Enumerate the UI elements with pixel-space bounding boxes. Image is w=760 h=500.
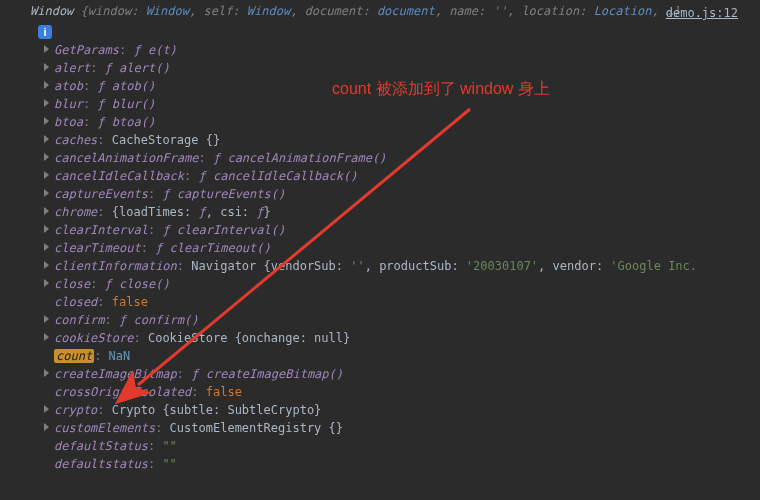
expand-caret-icon[interactable] <box>44 189 49 197</box>
property-row[interactable]: crypto: Crypto {subtle: SubtleCrypto} <box>44 401 760 419</box>
property-key: alert <box>54 61 90 75</box>
property-key: createImageBitmap <box>54 367 177 381</box>
property-row[interactable]: cancelIdleCallback: ƒ cancelIdleCallback… <box>44 167 760 185</box>
property-value: false <box>112 295 148 309</box>
property-row[interactable]: btoa: ƒ btoa() <box>44 113 760 131</box>
expand-caret-icon[interactable] <box>44 315 49 323</box>
property-key: captureEvents <box>54 187 148 201</box>
property-row: defaultStatus: "" <box>44 437 760 455</box>
property-key: chrome <box>54 205 97 219</box>
expand-caret-icon[interactable] <box>44 99 49 107</box>
property-value: CustomElementRegistry {} <box>170 421 343 435</box>
property-key: clearTimeout <box>54 241 141 255</box>
caret-spacer <box>44 387 49 395</box>
property-key: cookieStore <box>54 331 133 345</box>
expand-caret-icon[interactable] <box>44 423 49 431</box>
property-value: ƒ clearTimeout() <box>155 241 271 255</box>
caret-spacer <box>44 351 49 359</box>
property-value: NaN <box>109 349 131 363</box>
info-icon[interactable]: i <box>38 25 52 39</box>
property-value: "" <box>162 457 176 471</box>
property-value: ƒ blur() <box>97 97 155 111</box>
object-summary[interactable]: Window {window: Window, self: Window, do… <box>0 0 760 22</box>
property-key: closed <box>54 295 97 309</box>
property-value: ƒ btoa() <box>97 115 155 129</box>
property-value: ƒ cancelAnimationFrame() <box>213 151 386 165</box>
expand-caret-icon[interactable] <box>44 135 49 143</box>
property-value: ƒ alert() <box>105 61 170 75</box>
property-value: CookieStore {onchange: null} <box>148 331 350 345</box>
expand-caret-icon[interactable] <box>44 63 49 71</box>
property-value: ƒ e(t) <box>133 43 176 57</box>
property-key: clientInformation <box>54 259 177 273</box>
property-key: atob <box>54 79 83 93</box>
expand-caret-icon[interactable] <box>44 405 49 413</box>
property-value: false <box>206 385 242 399</box>
property-key: defaultstatus <box>54 457 148 471</box>
property-row[interactable]: clearInterval: ƒ clearInterval() <box>44 221 760 239</box>
expand-caret-icon[interactable] <box>44 81 49 89</box>
expand-caret-icon[interactable] <box>44 171 49 179</box>
property-row[interactable]: close: ƒ close() <box>44 275 760 293</box>
property-key: crypto <box>54 403 97 417</box>
expand-caret-icon[interactable] <box>44 261 49 269</box>
caret-spacer <box>44 459 49 467</box>
annotation-text: count 被添加到了 window 身上 <box>332 80 550 98</box>
property-key: defaultStatus <box>54 439 148 453</box>
property-value: ƒ confirm() <box>119 313 198 327</box>
property-row[interactable]: clearTimeout: ƒ clearTimeout() <box>44 239 760 257</box>
property-row[interactable]: customElements: CustomElementRegistry {} <box>44 419 760 437</box>
property-row[interactable]: captureEvents: ƒ captureEvents() <box>44 185 760 203</box>
property-key: close <box>54 277 90 291</box>
expand-caret-icon[interactable] <box>44 117 49 125</box>
property-tree: GetParams: ƒ e(t)alert: ƒ alert()atob: ƒ… <box>0 41 760 473</box>
property-value: ƒ close() <box>105 277 170 291</box>
expand-caret-icon[interactable] <box>44 243 49 251</box>
property-row[interactable]: chrome: {loadTimes: ƒ, csi: ƒ} <box>44 203 760 221</box>
caret-spacer <box>44 441 49 449</box>
property-row[interactable]: confirm: ƒ confirm() <box>44 311 760 329</box>
property-key: caches <box>54 133 97 147</box>
property-row[interactable]: clientInformation: Navigator {vendorSub:… <box>44 257 760 275</box>
caret-spacer <box>44 297 49 305</box>
property-value: {loadTimes: ƒ, csi: ƒ} <box>112 205 271 219</box>
expand-caret-icon[interactable] <box>44 225 49 233</box>
property-key: cancelIdleCallback <box>54 169 184 183</box>
property-value: ƒ cancelIdleCallback() <box>199 169 358 183</box>
property-row[interactable]: GetParams: ƒ e(t) <box>44 41 760 59</box>
console-panel: { "file_link": "demo.js:12", "root": { "… <box>0 0 760 500</box>
expand-caret-icon[interactable] <box>44 153 49 161</box>
property-value: ƒ captureEvents() <box>162 187 285 201</box>
property-value: CacheStorage {} <box>112 133 220 147</box>
property-row: defaultstatus: "" <box>44 455 760 473</box>
property-key: count <box>54 349 94 363</box>
expand-caret-icon[interactable] <box>44 279 49 287</box>
source-link[interactable]: demo.js:12 <box>666 4 738 22</box>
property-row[interactable]: cookieStore: CookieStore {onchange: null… <box>44 329 760 347</box>
expand-caret-icon[interactable] <box>44 207 49 215</box>
property-value: Crypto {subtle: SubtleCrypto} <box>112 403 322 417</box>
property-row: closed: false <box>44 293 760 311</box>
property-key: blur <box>54 97 83 111</box>
property-row: crossOriginIsolated: false <box>44 383 760 401</box>
property-key: confirm <box>54 313 105 327</box>
property-value: ƒ createImageBitmap() <box>191 367 343 381</box>
property-value: "" <box>162 439 176 453</box>
expand-caret-icon[interactable] <box>44 369 49 377</box>
property-key: GetParams <box>54 43 119 57</box>
property-value: ƒ clearInterval() <box>162 223 285 237</box>
property-row[interactable]: caches: CacheStorage {} <box>44 131 760 149</box>
property-key: crossOriginIsolated <box>54 385 191 399</box>
property-row[interactable]: cancelAnimationFrame: ƒ cancelAnimationF… <box>44 149 760 167</box>
property-key: customElements <box>54 421 155 435</box>
property-value: Navigator {vendorSub: '', productSub: '2… <box>191 259 697 273</box>
property-value: ƒ atob() <box>97 79 155 93</box>
property-row[interactable]: createImageBitmap: ƒ createImageBitmap() <box>44 365 760 383</box>
property-key: clearInterval <box>54 223 148 237</box>
expand-caret-icon[interactable] <box>44 45 49 53</box>
property-row: count: NaN <box>44 347 760 365</box>
expand-caret-icon[interactable] <box>44 333 49 341</box>
property-key: btoa <box>54 115 83 129</box>
property-row[interactable]: alert: ƒ alert() <box>44 59 760 77</box>
property-key: cancelAnimationFrame <box>54 151 199 165</box>
